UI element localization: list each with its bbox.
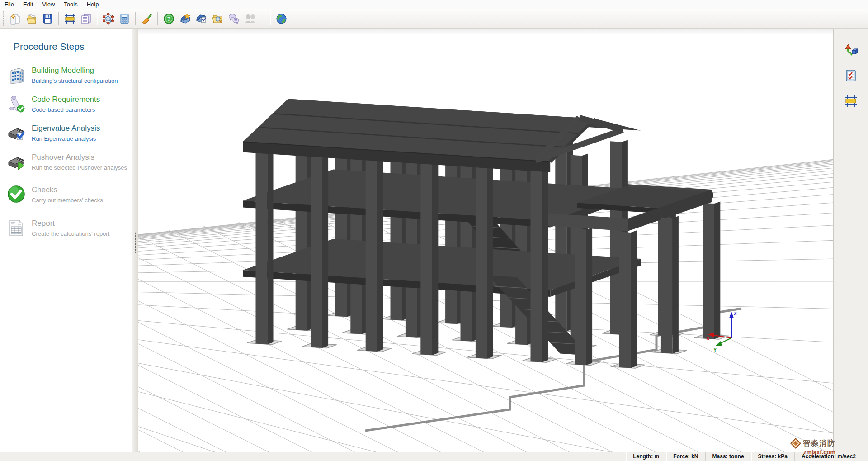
menu-view[interactable]: View bbox=[38, 0, 59, 9]
save-button[interactable] bbox=[40, 11, 55, 26]
open-project-button[interactable] bbox=[24, 11, 39, 26]
forum-icon bbox=[228, 13, 240, 25]
calculator-icon bbox=[118, 13, 131, 25]
help-button[interactable]: ? bbox=[161, 11, 176, 26]
member-checks-icon bbox=[844, 69, 858, 82]
svg-text:Y: Y bbox=[713, 347, 717, 352]
step-sublabel: Run Eigenvalue analysis bbox=[32, 135, 100, 143]
model-viewer-icon bbox=[102, 13, 114, 25]
member-checks-button[interactable] bbox=[842, 67, 860, 85]
model-scene[interactable]: ZXY bbox=[138, 29, 833, 452]
3d-viewport[interactable]: ZXY bbox=[138, 29, 833, 452]
toolbar-grip[interactable] bbox=[2, 11, 5, 26]
sidebar-item-checks[interactable]: Checks Carry out members' checks bbox=[0, 180, 132, 209]
tutorial-book-icon bbox=[179, 13, 191, 25]
svg-text:X: X bbox=[706, 336, 710, 341]
sidebar-item-building-modelling[interactable]: Building Modelling Building's structural… bbox=[0, 60, 132, 89]
search-folder-button[interactable] bbox=[210, 11, 225, 26]
website-icon bbox=[275, 13, 288, 25]
step-label: Eigenvalue Analysis bbox=[32, 124, 100, 133]
splitter-grip bbox=[135, 232, 136, 253]
step-sublabel: Building's structural configuration bbox=[32, 77, 118, 85]
step-sublabel: Create the calculations' report bbox=[32, 230, 109, 238]
open-project-icon bbox=[25, 13, 38, 25]
step-label: Report bbox=[32, 219, 109, 228]
menu-file[interactable]: File bbox=[0, 0, 19, 9]
menu-tools[interactable]: Tools bbox=[59, 0, 82, 9]
frame-elements-icon bbox=[844, 94, 858, 108]
forum-button[interactable] bbox=[226, 11, 241, 26]
engine-check-icon bbox=[6, 123, 26, 143]
scroll-check-icon bbox=[6, 94, 26, 114]
step-sublabel: Code-based parameters bbox=[32, 106, 100, 114]
model-viewer-button[interactable] bbox=[100, 11, 116, 26]
report-layout-icon bbox=[80, 13, 92, 25]
toolbar-separator bbox=[270, 12, 270, 25]
manual-book-icon bbox=[195, 13, 208, 25]
menu-bar: File Edit View Tools Help bbox=[0, 0, 868, 9]
status-mass: Mass: tonne bbox=[705, 452, 751, 461]
step-label: Code Requirements bbox=[32, 95, 100, 105]
green-check-icon bbox=[6, 184, 26, 204]
manual-book-button[interactable] bbox=[193, 11, 209, 26]
toolbar-separator bbox=[157, 12, 158, 25]
svg-text:Z: Z bbox=[734, 311, 737, 316]
procedure-steps-panel: Procedure Steps Building Modelling Build… bbox=[0, 29, 132, 452]
toolbar-separator bbox=[135, 12, 136, 25]
toolbar-separator bbox=[58, 12, 59, 25]
svg-text:?: ? bbox=[167, 15, 170, 22]
new-project-button[interactable] bbox=[7, 11, 23, 26]
format-brush-icon bbox=[141, 13, 153, 25]
toolbar-separator bbox=[97, 12, 97, 25]
engine-run-icon bbox=[6, 152, 26, 171]
step-label: Building Modelling bbox=[32, 66, 118, 76]
status-bar: Length: m Force: kN Mass: tonne Stress: … bbox=[0, 452, 868, 461]
step-label: Checks bbox=[32, 185, 103, 195]
view-orientation-button[interactable] bbox=[842, 41, 860, 59]
building-icon bbox=[6, 65, 26, 85]
step-sublabel: Run the selected Pushover analyses bbox=[32, 164, 127, 171]
panel-splitter[interactable] bbox=[132, 29, 138, 452]
status-force: Force: kN bbox=[666, 452, 705, 461]
view-toolbar bbox=[833, 29, 868, 452]
sidebar-item-report[interactable]: Report Create the calculations' report bbox=[0, 213, 132, 242]
sidebar-item-eigenvalue-analysis[interactable]: Eigenvalue Analysis Run Eigenvalue analy… bbox=[0, 118, 132, 147]
frame-elements-button[interactable] bbox=[842, 92, 860, 110]
step-sublabel: Carry out members' checks bbox=[32, 196, 103, 204]
website-button[interactable] bbox=[274, 11, 289, 26]
menu-help[interactable]: Help bbox=[82, 0, 104, 9]
status-length: Length: m bbox=[626, 452, 666, 461]
view-orientation-icon bbox=[844, 43, 858, 57]
building-modeller-button[interactable] bbox=[62, 11, 77, 26]
report-layout-button[interactable] bbox=[78, 11, 94, 26]
format-brush-button[interactable] bbox=[139, 11, 154, 26]
sidebar-item-pushover-analysis[interactable]: Pushover Analysis Run the selected Pusho… bbox=[0, 147, 132, 176]
tutorial-book-button[interactable] bbox=[177, 11, 193, 26]
support-icon bbox=[244, 13, 256, 25]
menu-edit[interactable]: Edit bbox=[19, 0, 38, 9]
building-modeller-icon bbox=[64, 13, 76, 25]
status-acceleration: Acceleration: m/sec2 bbox=[794, 452, 863, 461]
new-project-icon bbox=[9, 13, 21, 25]
save-icon bbox=[42, 13, 54, 25]
calculator-button[interactable] bbox=[117, 11, 132, 26]
sidebar-item-code-requirements[interactable]: Code Requirements Code-based parameters bbox=[0, 89, 132, 118]
report-icon bbox=[6, 218, 26, 238]
main-toolbar: ? bbox=[0, 9, 868, 29]
status-stress: Stress: kPa bbox=[751, 452, 794, 461]
search-folder-icon bbox=[212, 13, 224, 25]
help-icon: ? bbox=[163, 13, 175, 25]
building-model bbox=[243, 99, 741, 431]
panel-title: Procedure Steps bbox=[14, 41, 132, 52]
step-label: Pushover Analysis bbox=[32, 152, 127, 162]
support-button[interactable] bbox=[242, 11, 258, 26]
